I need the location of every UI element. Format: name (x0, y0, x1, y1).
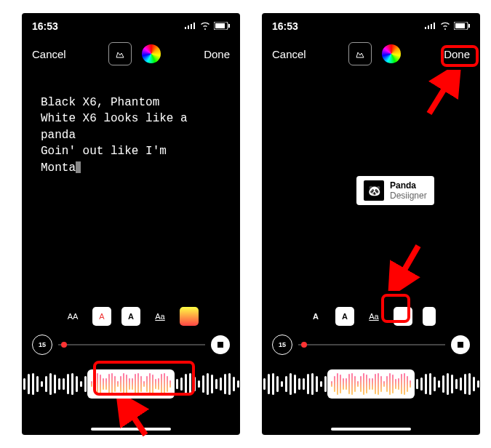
stop-button[interactable] (451, 335, 470, 354)
playhead-dot[interactable] (61, 342, 67, 348)
sticker-icon[interactable] (348, 42, 372, 65)
done-button[interactable]: Done (204, 48, 230, 60)
style-option-cover-selected[interactable] (394, 307, 412, 326)
text-cursor (76, 161, 81, 173)
svg-rect-0 (185, 27, 186, 29)
style-option-underline[interactable]: Aa (151, 307, 169, 326)
svg-rect-8 (428, 25, 429, 29)
lyric-style-row: A A Aa (262, 307, 480, 326)
playhead-dot[interactable] (301, 342, 307, 348)
color-picker-icon[interactable] (382, 44, 401, 63)
music-sticker[interactable]: 🐼 Panda Desiigner (356, 176, 434, 205)
svg-rect-9 (431, 24, 432, 29)
clock: 16:53 (272, 20, 298, 32)
svg-rect-13 (468, 24, 470, 28)
color-picker-icon[interactable] (142, 44, 161, 63)
svg-rect-7 (425, 27, 426, 29)
top-toolbar: Cancel Done (262, 35, 480, 73)
status-bar: 16:53 (262, 13, 480, 35)
signal-icon (425, 22, 436, 31)
cancel-button[interactable]: Cancel (272, 48, 306, 60)
style-option-selected[interactable]: A (92, 307, 111, 326)
style-option-underline[interactable]: Aa (364, 307, 383, 326)
timeline-row: 15 (22, 335, 240, 355)
svg-rect-12 (455, 23, 465, 28)
timeline-track[interactable] (58, 344, 205, 345)
style-option-boxed[interactable] (180, 307, 199, 326)
style-option-typewriter[interactable]: AA (63, 307, 82, 326)
lyric-style-row: AA A A Aa (22, 307, 240, 326)
timeline-row: 15 (262, 335, 480, 355)
home-indicator (331, 428, 411, 431)
style-option-end[interactable] (423, 307, 436, 326)
cancel-button[interactable]: Cancel (32, 48, 66, 60)
duration-badge[interactable]: 15 (32, 335, 52, 355)
music-title: Panda (390, 180, 427, 191)
signal-icon (185, 22, 196, 31)
svg-rect-10 (434, 23, 435, 29)
duration-badge[interactable]: 15 (272, 335, 292, 355)
done-button[interactable]: Done (444, 48, 470, 60)
clock: 16:53 (32, 20, 58, 32)
svg-rect-3 (193, 23, 195, 29)
stop-button[interactable] (211, 335, 230, 354)
style-option-boxed[interactable]: A (335, 307, 354, 326)
timeline-track[interactable] (298, 344, 445, 345)
top-toolbar: Cancel Done (22, 35, 240, 73)
wifi-icon (439, 20, 451, 32)
phone-screen-right: 16:53 Cancel Done (262, 13, 480, 435)
svg-rect-1 (188, 25, 189, 29)
sticker-icon[interactable] (108, 42, 132, 65)
status-icons (185, 20, 230, 32)
svg-rect-6 (228, 24, 230, 28)
waveform-clip[interactable] (87, 369, 175, 399)
battery-icon (214, 20, 230, 32)
battery-icon (454, 20, 470, 32)
waveform[interactable] (22, 368, 240, 400)
style-option-bold[interactable]: A (306, 307, 325, 326)
status-bar: 16:53 (22, 13, 240, 35)
style-option-bold[interactable]: A (121, 307, 140, 326)
wifi-icon (199, 20, 211, 32)
lyrics-text[interactable]: Black X6, Phantom White X6 looks like a … (22, 73, 240, 198)
album-art-icon: 🐼 (364, 180, 384, 201)
phone-screen-left: 16:53 Cancel Done (22, 13, 240, 435)
svg-rect-5 (215, 23, 225, 28)
status-icons (425, 20, 470, 32)
music-artist: Desiigner (390, 191, 427, 201)
home-indicator (91, 428, 171, 431)
waveform-clip[interactable] (327, 369, 415, 399)
waveform[interactable] (262, 368, 480, 400)
svg-rect-2 (191, 24, 192, 29)
